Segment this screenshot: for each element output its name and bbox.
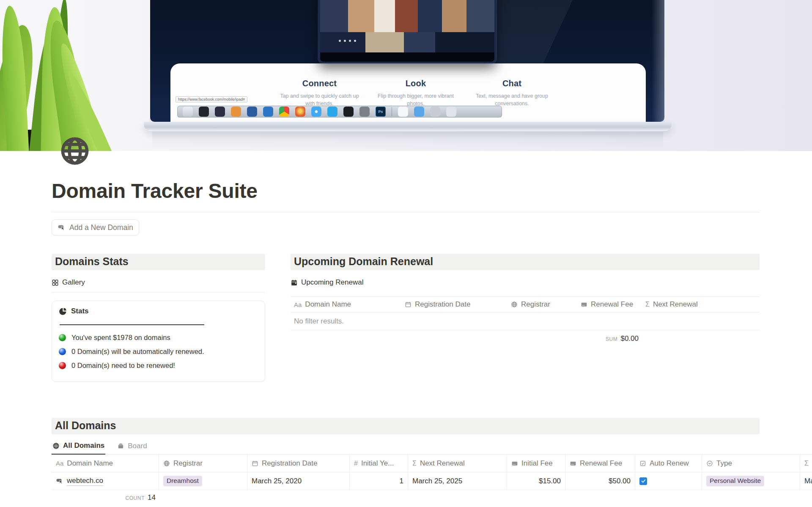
tab-label: All Domains bbox=[63, 441, 104, 450]
cover-feature-title: Chat bbox=[469, 79, 555, 88]
upcoming-renewal-column: Upcoming Domain Renewal Upcoming Renewal bbox=[291, 254, 760, 382]
dock-app-icon-folder bbox=[414, 107, 424, 117]
column-header-registrar[interactable]: Registrar bbox=[159, 455, 247, 472]
cell-domain-name[interactable]: webtech.co bbox=[52, 472, 159, 490]
column-header-next-renewal[interactable]: Σ Next Renewal bbox=[408, 455, 507, 472]
dock-app-icon-skype bbox=[327, 107, 337, 117]
page-icon-globe[interactable] bbox=[59, 135, 91, 167]
cell-initial-fee[interactable]: $15.00 bbox=[507, 472, 565, 490]
tab-board[interactable]: Board bbox=[116, 440, 148, 454]
stats-card-line bbox=[60, 324, 204, 325]
add-new-domain-label: Add a New Domain bbox=[69, 223, 133, 232]
tablet-photo-cell bbox=[320, 32, 365, 52]
column-label: Registration Date bbox=[262, 459, 317, 468]
divider bbox=[52, 212, 760, 212]
globe-icon bbox=[59, 135, 91, 167]
text-icon: Aa bbox=[56, 460, 63, 467]
tablet-photo-cell bbox=[395, 0, 418, 32]
browser-status-url: https://www.facebook.com/mobile/ipad# bbox=[176, 96, 247, 102]
button-click-icon bbox=[56, 477, 63, 485]
count-value: 14 bbox=[148, 493, 156, 502]
cover-feature-connect: Connect Tap and swipe to quickly catch u… bbox=[276, 79, 363, 107]
column-header-registration-date[interactable]: Registration Date bbox=[247, 455, 350, 472]
stats-card-title: Stats bbox=[71, 307, 89, 315]
column-header-formula[interactable]: Σ bbox=[800, 455, 812, 472]
cell-registration-date[interactable]: March 25, 2020 bbox=[247, 472, 350, 490]
count-label: COUNT bbox=[125, 495, 145, 501]
column-header-auto-renew[interactable]: Auto Renew bbox=[635, 455, 702, 472]
globe-icon bbox=[511, 301, 518, 308]
stat-item-need-renew: 0 Domain(s) need to be renewed! bbox=[59, 359, 258, 373]
tab-label: Board bbox=[128, 442, 147, 450]
macos-dock: Ps bbox=[177, 106, 502, 118]
column-header-initial-years[interactable]: # Initial Ye... bbox=[350, 455, 408, 472]
dock-app-icon-firefox bbox=[295, 107, 305, 117]
column-label: Registration Date bbox=[415, 300, 470, 309]
upcoming-renewal-heading: Upcoming Domain Renewal bbox=[291, 254, 760, 270]
cover-feature-desc: Flip through bigger, more vibrant photos… bbox=[373, 92, 459, 107]
sigma-icon: Σ bbox=[412, 460, 417, 467]
auto-renew-checkbox-checked[interactable] bbox=[639, 477, 647, 485]
stat-text: 0 Domain(s) will be automatically renewe… bbox=[71, 348, 204, 356]
dock-app-icon-terminal bbox=[343, 107, 354, 117]
laptop-base bbox=[144, 122, 672, 131]
select-icon bbox=[706, 460, 713, 467]
stats-card[interactable]: Stats You've spent $1978 on domains 0 Do… bbox=[52, 301, 265, 382]
calendar-icon bbox=[291, 279, 298, 286]
cell-next-renewal[interactable]: March 25, 2025 bbox=[408, 472, 507, 490]
column-label: Domain Name bbox=[305, 300, 351, 309]
credit-card-icon bbox=[511, 460, 518, 467]
sum-calculation[interactable]: SUM $0.00 bbox=[577, 334, 642, 343]
add-new-domain-button[interactable]: Add a New Domain bbox=[52, 219, 139, 236]
column-header-renewal-fee[interactable]: Renewal Fee bbox=[565, 455, 635, 472]
tab-all-domains[interactable]: All Domains bbox=[52, 440, 105, 455]
cover-image: Connect Tap and swipe to quickly catch u… bbox=[0, 0, 812, 151]
dock-separator bbox=[392, 107, 392, 116]
dock-app-icon bbox=[247, 107, 257, 117]
cell-formula[interactable]: Ma bbox=[800, 472, 812, 490]
gallery-view-label: Gallery bbox=[62, 278, 85, 287]
column-header-registrar[interactable]: Registrar bbox=[508, 300, 577, 309]
board-icon bbox=[117, 442, 124, 449]
domain-page-link[interactable]: webtech.co bbox=[67, 477, 103, 486]
cell-type[interactable]: Personal Website bbox=[702, 472, 800, 490]
column-label: Initial Ye... bbox=[361, 459, 394, 468]
sum-label: SUM bbox=[606, 336, 617, 342]
cover-feature-desc: Tap and swipe to quickly catch up with f… bbox=[276, 92, 363, 107]
cover-feature-chat: Chat Text, message and have group conver… bbox=[469, 79, 555, 107]
page-content: Domain Tracker Suite Add a New Domain Do… bbox=[0, 151, 812, 502]
cell-renewal-fee[interactable]: $50.00 bbox=[565, 472, 635, 490]
column-label: Renewal Fee bbox=[591, 300, 633, 309]
column-header-registration-date[interactable]: Registration Date bbox=[401, 300, 508, 309]
domains-stats-heading: Domains Stats bbox=[52, 254, 265, 270]
stat-item-auto-renew: 0 Domain(s) will be automatically renewe… bbox=[59, 345, 258, 359]
page-title[interactable]: Domain Tracker Suite bbox=[52, 179, 812, 203]
sum-value: $0.00 bbox=[620, 334, 639, 343]
tablet-photo-cell bbox=[404, 32, 435, 52]
stat-text: 0 Domain(s) need to be renewed! bbox=[71, 362, 175, 370]
grass-plant-photo bbox=[0, 0, 140, 151]
registrar-tag: Dreamhost bbox=[163, 476, 202, 487]
credit-card-icon bbox=[570, 460, 576, 467]
column-header-domain-name[interactable]: Aa Domain Name bbox=[291, 300, 401, 309]
count-calculation[interactable]: COUNT 14 bbox=[52, 493, 159, 502]
column-header-type[interactable]: Type bbox=[702, 455, 800, 472]
column-label: Next Renewal bbox=[653, 300, 698, 309]
upcoming-renewal-view-tab[interactable]: Upcoming Renewal bbox=[291, 277, 363, 288]
gallery-view-tab[interactable]: Gallery bbox=[52, 277, 85, 288]
blue-circle-icon bbox=[59, 348, 66, 355]
button-click-icon bbox=[58, 224, 66, 232]
all-domains-table: Aa Domain Name Registrar bbox=[52, 455, 812, 490]
cell-initial-years[interactable]: 1 bbox=[350, 472, 408, 490]
globe-icon bbox=[52, 442, 60, 449]
column-header-renewal-fee[interactable]: Renewal Fee bbox=[577, 300, 642, 309]
column-header-initial-fee[interactable]: Initial Fee bbox=[507, 455, 565, 472]
column-header-domain-name[interactable]: Aa Domain Name bbox=[52, 455, 159, 472]
column-label: Registrar bbox=[521, 300, 550, 309]
cell-registrar[interactable]: Dreamhost bbox=[159, 472, 247, 490]
tablet-photo-cell bbox=[442, 0, 466, 32]
column-label: Auto Renew bbox=[650, 459, 689, 468]
tablet-photo bbox=[318, 0, 496, 63]
tablet-photo-cell bbox=[466, 0, 494, 32]
column-header-next-renewal[interactable]: Σ Next Renewal bbox=[642, 300, 760, 309]
